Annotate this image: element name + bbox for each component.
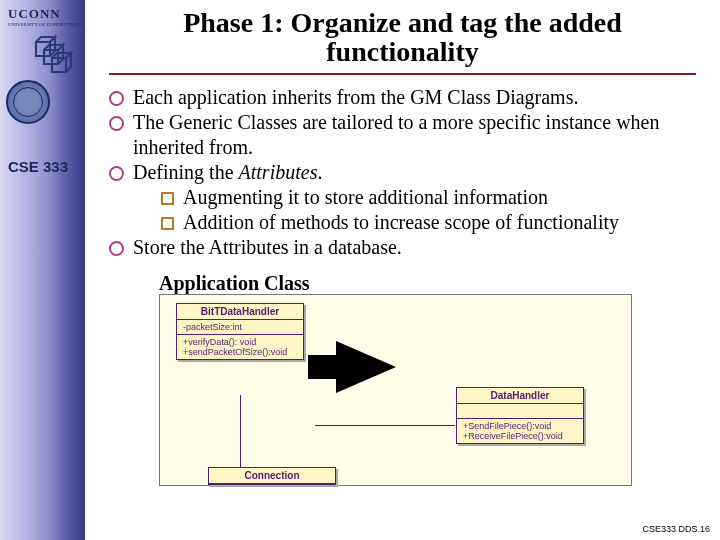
uml-class-title: BitTDataHandler	[177, 304, 303, 320]
uml-class-datahandler: DataHandler +SendFilePiece():void +Recei…	[456, 387, 584, 444]
sub-bullet-item: Augmenting it to store additional inform…	[157, 185, 708, 210]
uml-attribute: -packetSize:int	[177, 320, 303, 335]
uml-op: +SendFilePiece():void	[463, 421, 577, 431]
university-logo-text: UCONN	[8, 6, 61, 22]
uml-class-title: DataHandler	[457, 388, 583, 404]
sub-bullet-text: Augmenting it to store additional inform…	[183, 186, 548, 208]
uml-class-connection: Connection	[208, 467, 336, 485]
bullet-text: Defining the	[133, 161, 239, 183]
uml-connector	[240, 395, 241, 467]
uml-attribute	[457, 404, 583, 419]
slide-content: Phase 1: Organize and tag the added func…	[85, 0, 720, 540]
uml-connector	[315, 425, 455, 426]
uml-operations: +verifyData(): void +sendPacketOfSize():…	[177, 335, 303, 359]
bullet-text: Store the Attributes in a database.	[133, 236, 402, 258]
sidebar: UCONN UNIVERSITY OF CONNECTICUT CSE 333	[0, 0, 85, 540]
sub-bullet-text: Addition of methods to increase scope of…	[183, 211, 619, 233]
bullet-item: The Generic Classes are tailored to a mo…	[105, 110, 708, 160]
bullet-text: Each application inherits from the GM Cl…	[133, 86, 578, 108]
bullet-text: .	[317, 161, 322, 183]
application-class-label: Application Class	[159, 272, 310, 295]
uml-diagram: Application Class Generic Class BitTData…	[97, 272, 717, 487]
arrow-icon	[336, 341, 396, 393]
title-underline	[109, 73, 696, 75]
department-seal-icon	[6, 80, 50, 124]
bullet-italic: Attributes	[239, 161, 318, 183]
sub-bullet-list: Augmenting it to store additional inform…	[133, 185, 708, 235]
bullet-item: Each application inherits from the GM Cl…	[105, 85, 708, 110]
bullet-item: Defining the Attributes. Augmenting it t…	[105, 160, 708, 235]
uml-operations: +SendFilePiece():void +ReceiveFilePiece(…	[457, 419, 583, 443]
cube-icon	[30, 32, 78, 80]
bullet-list: Each application inherits from the GM Cl…	[97, 85, 708, 260]
uml-class-bittdatahandler: BitTDataHandler -packetSize:int +verifyD…	[176, 303, 304, 360]
uml-op: +ReceiveFilePiece():void	[463, 431, 577, 441]
university-subtitle: UNIVERSITY OF CONNECTICUT	[8, 22, 82, 27]
sub-bullet-item: Addition of methods to increase scope of…	[157, 210, 708, 235]
uml-canvas: BitTDataHandler -packetSize:int +verifyD…	[159, 294, 632, 486]
uml-op: +verifyData(): void	[183, 337, 297, 347]
uml-class-title: Connection	[209, 468, 335, 484]
bullet-text: The Generic Classes are tailored to a mo…	[133, 111, 659, 158]
slide-title: Phase 1: Organize and tag the added func…	[117, 8, 688, 67]
slide-number: CSE333 DDS.16	[642, 524, 710, 534]
uml-op: +sendPacketOfSize():void	[183, 347, 297, 357]
course-code: CSE 333	[8, 158, 68, 175]
bullet-item: Store the Attributes in a database.	[105, 235, 708, 260]
